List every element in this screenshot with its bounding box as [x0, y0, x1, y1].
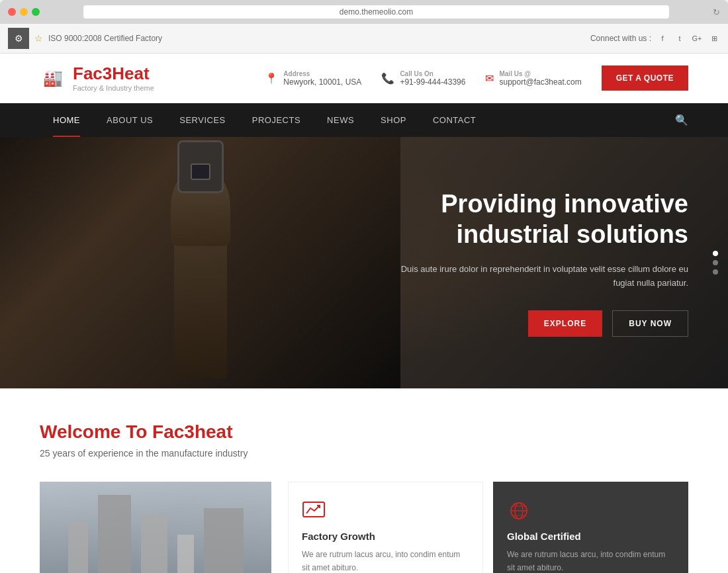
search-icon[interactable]: 🔍: [675, 114, 688, 126]
svg-rect-0: [303, 502, 324, 517]
maximize-btn[interactable]: [32, 8, 40, 16]
hero-title: Providing innovative industrial solution…: [400, 189, 688, 249]
chart-icon: [302, 499, 326, 523]
website-content: 🏭 Fac3Heat Factory & Industry theme 📍 Ad…: [0, 54, 728, 573]
phone-icon: 📞: [381, 72, 394, 85]
services-grid: Factory Growth We are rutrum lacus arcu,…: [288, 482, 688, 573]
hero-description: Duis aute irure dolor in reprehenderit i…: [400, 263, 688, 290]
social-connect-bar: Connect with us : f t G+ ⊞: [590, 32, 720, 44]
welcome-content: Praesent dolor tortor, tempus in aliquam…: [40, 482, 688, 573]
googleplus-icon[interactable]: G+: [691, 32, 703, 44]
service-desc-factory: We are rutrum lacus arcu, into condim en…: [302, 549, 469, 573]
hero-section: Providing innovative industrial solution…: [0, 137, 728, 388]
logo-tagline: Factory & Industry theme: [73, 84, 154, 93]
address-label: Address: [283, 70, 361, 77]
hero-content: Providing innovative industrial solution…: [400, 189, 728, 337]
twitter-icon[interactable]: t: [674, 32, 686, 44]
welcome-left-panel: Praesent dolor tortor, tempus in aliquam…: [40, 482, 271, 573]
site-header: 🏭 Fac3Heat Factory & Industry theme 📍 Ad…: [0, 54, 728, 103]
announcement-text: ISO 9000:2008 Certified Factory: [48, 34, 162, 43]
nav-projects[interactable]: PROJECTS: [239, 103, 314, 137]
address-info: 📍 Address Newyork, 10001, USA: [265, 70, 361, 87]
nav-services[interactable]: SERVICES: [166, 103, 239, 137]
explore-button[interactable]: EXPLORE: [528, 310, 602, 337]
nav-news[interactable]: NEWS: [314, 103, 367, 137]
nav-shop[interactable]: SHOP: [367, 103, 420, 137]
globe-icon: [507, 499, 531, 523]
connect-label: Connect with us :: [590, 34, 651, 43]
service-name-factory: Factory Growth: [302, 531, 469, 542]
settings-button[interactable]: ⚙: [8, 28, 29, 49]
nav-home[interactable]: HOME: [40, 103, 93, 137]
nav-about[interactable]: ABOUT US: [93, 103, 166, 137]
service-card-global: Global Certified We are rutrum lacus arc…: [493, 482, 688, 573]
phone-info: 📞 Call Us On +91-99-444-43396: [381, 70, 465, 87]
phone-label: Call Us On: [400, 70, 465, 77]
welcome-section: Welcome To Fac3heat 25 years of experien…: [0, 388, 728, 573]
settings-icon[interactable]: ⊞: [708, 32, 720, 44]
phone-value: +91-99-444-43396: [400, 77, 465, 87]
service-desc-global: We are rutrum lacus arcu, into condim en…: [507, 549, 674, 573]
location-icon: 📍: [265, 72, 278, 85]
email-icon: ✉: [485, 72, 494, 85]
email-value: support@fac3heat.com: [499, 77, 581, 87]
factory-image: [40, 482, 271, 573]
logo-text: Fac3Heat Factory & Industry theme: [73, 64, 154, 93]
service-card-factory-growth: Factory Growth We are rutrum lacus arcu,…: [288, 482, 483, 573]
close-btn[interactable]: [8, 8, 16, 16]
email-label: Mail Us @: [499, 70, 581, 77]
browser-titlebar: demo.themeolio.com ↻: [0, 0, 728, 24]
browser-toolbar: ⚙ ☆ ISO 9000:2008 Certified Factory Conn…: [0, 24, 728, 54]
logo-name: Fac3Heat: [73, 64, 154, 84]
hero-buttons: EXPLORE BUY NOW: [400, 310, 688, 337]
hero-image-area: [0, 137, 400, 388]
nav-contact[interactable]: CONTACT: [420, 103, 489, 137]
address-value: Newyork, 10001, USA: [283, 77, 361, 87]
nav-links: HOME ABOUT US SERVICES PROJECTS NEWS SHO…: [40, 103, 489, 137]
facebook-icon[interactable]: f: [657, 32, 668, 44]
welcome-subtitle: 25 years of experience in the manufactur…: [40, 448, 688, 459]
minimize-btn[interactable]: [20, 8, 28, 16]
site-navigation: HOME ABOUT US SERVICES PROJECTS NEWS SHO…: [0, 103, 728, 137]
quote-button[interactable]: GET A QUOTE: [602, 66, 688, 91]
browser-window: demo.themeolio.com ↻ ⚙ ☆ ISO 9000:2008 C…: [0, 0, 728, 573]
logo-icon: 🏭: [40, 65, 66, 91]
header-info: 📍 Address Newyork, 10001, USA 📞 Call Us …: [265, 66, 688, 91]
url-bar[interactable]: demo.themeolio.com: [83, 5, 669, 19]
factory-image-bg: [40, 482, 271, 573]
email-info: ✉ Mail Us @ support@fac3heat.com: [485, 70, 581, 87]
logo-area: 🏭 Fac3Heat Factory & Industry theme: [40, 64, 154, 93]
welcome-title: Welcome To Fac3heat: [40, 421, 688, 443]
service-name-global: Global Certified: [507, 531, 674, 542]
buy-now-button[interactable]: BUY NOW: [612, 310, 688, 337]
